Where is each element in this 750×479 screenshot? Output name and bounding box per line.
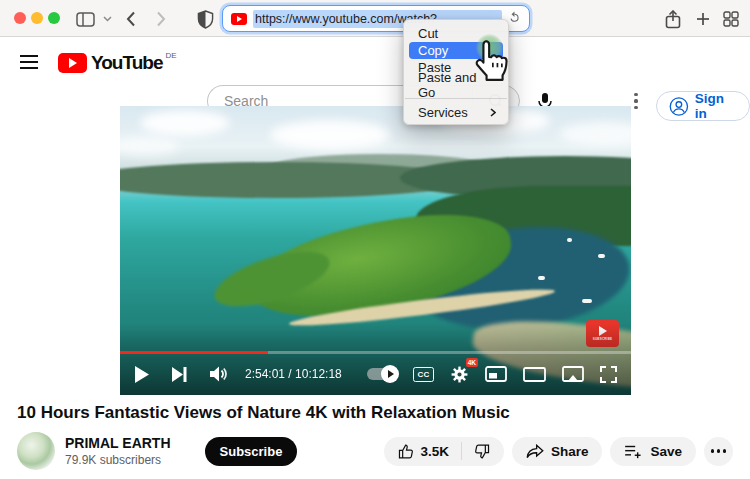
hand-cursor-icon [472, 38, 512, 88]
services-label: Services [418, 105, 468, 120]
zoom-window-button[interactable] [48, 12, 60, 24]
youtube-logo-text: YouTube [91, 52, 162, 74]
play-icon[interactable] [134, 366, 149, 383]
subscribe-button[interactable]: Subscribe [205, 437, 298, 466]
minimize-window-button[interactable] [31, 12, 43, 24]
channel-avatar[interactable] [17, 432, 55, 470]
like-count: 3.5K [420, 444, 449, 459]
dislike-button[interactable] [462, 443, 504, 460]
video-player[interactable]: SUBSCRIBE 2:54:01 / 10:12:18 CC [120, 106, 631, 395]
tab-overview-icon[interactable] [720, 9, 742, 29]
share-button[interactable]: Share [512, 437, 603, 466]
submenu-chevron-icon [490, 105, 496, 120]
browser-toolbar: https://www.youtube.com/watch? [0, 0, 750, 37]
like-button[interactable]: 3.5K [384, 443, 461, 460]
quality-badge: 4K [466, 358, 478, 367]
chevron-down-icon[interactable] [100, 9, 114, 29]
forward-icon[interactable] [150, 9, 172, 29]
reload-icon[interactable] [508, 10, 521, 28]
time-display: 2:54:01 / 10:12:18 [245, 367, 342, 381]
next-icon[interactable] [172, 367, 187, 382]
share-label: Share [551, 444, 589, 459]
thumb-down-icon [474, 443, 491, 460]
save-playlist-icon [624, 444, 643, 459]
progress-bar[interactable] [120, 351, 631, 355]
sidebar-icon[interactable] [74, 9, 96, 29]
save-label: Save [650, 444, 682, 459]
youtube-logo[interactable]: YouTube DE [58, 52, 177, 74]
captions-button[interactable]: CC [413, 367, 434, 382]
miniplayer-icon[interactable] [485, 366, 507, 382]
youtube-header: YouTube DE Sign in [0, 38, 750, 88]
new-tab-icon[interactable] [692, 9, 714, 29]
youtube-play-icon [58, 53, 87, 73]
person-icon [669, 96, 689, 117]
cast-icon[interactable] [562, 366, 584, 383]
menu-hamburger-icon[interactable] [20, 55, 38, 69]
privacy-shield-icon[interactable] [194, 9, 216, 29]
settings-gear-icon[interactable]: 4K [450, 365, 469, 384]
progress-fill [120, 351, 268, 355]
autoplay-toggle[interactable] [367, 368, 397, 380]
share-page-icon[interactable] [662, 9, 684, 29]
youtube-favicon [231, 13, 247, 25]
sign-in-label: Sign in [695, 91, 737, 121]
menu-item-services[interactable]: Services [404, 104, 508, 121]
channel-name[interactable]: PRIMAL EARTH [65, 435, 171, 451]
thumb-up-icon [397, 443, 414, 460]
close-window-button[interactable] [14, 12, 26, 24]
sign-in-button[interactable]: Sign in [656, 91, 750, 121]
region-badge: DE [165, 51, 176, 60]
browser-window: https://www.youtube.com/watch? YouTube D… [0, 0, 750, 479]
share-arrow-icon [526, 444, 544, 459]
more-actions-button[interactable] [704, 437, 733, 466]
channel-row: PRIMAL EARTH 79.9K subscribers Subscribe… [17, 430, 733, 472]
fullscreen-icon[interactable] [600, 366, 617, 383]
save-button[interactable]: Save [610, 437, 696, 466]
player-controls: 2:54:01 / 10:12:18 CC 4K [120, 356, 631, 392]
theater-mode-icon[interactable] [523, 367, 546, 382]
back-icon[interactable] [120, 9, 142, 29]
volume-icon[interactable] [210, 366, 229, 382]
like-dislike-pill: 3.5K [384, 437, 504, 466]
subscriber-count: 79.9K subscribers [65, 453, 171, 467]
video-title: 10 Hours Fantastic Views of Nature 4K wi… [17, 403, 717, 423]
